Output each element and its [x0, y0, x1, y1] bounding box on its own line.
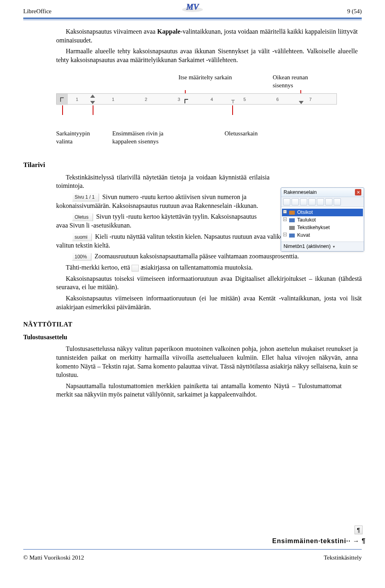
nav-toolbar-button[interactable] — [308, 198, 316, 205]
nav-toolbar-button[interactable] — [334, 198, 341, 205]
svg-text:MV: MV — [186, 2, 199, 11]
navigator-footer[interactable]: Nimetön1 (aktiivinen) ▾ — [281, 242, 364, 251]
headings-icon — [289, 211, 295, 215]
tilarivi-star-text: Tähti-merkki kertoo, että * asiakirjassa… — [56, 263, 362, 272]
svg-rect-2 — [57, 94, 68, 105]
nav-toolbar-button[interactable] — [300, 198, 307, 205]
tilarivi-zoom-text: Zoomausruutuun kaksoisnapsauttamalla pää… — [95, 253, 299, 260]
tables-icon — [289, 218, 295, 222]
expand-icon[interactable]: + — [283, 217, 287, 221]
nav-toolbar-button[interactable] — [292, 198, 299, 205]
label-first-line-indent: Ensimmäisen rivin ja kappaleen sisennys — [112, 129, 184, 146]
navigator-panel[interactable]: Rakenneselain ✕ + Otsikot + — [281, 187, 364, 252]
nav-toolbar-button[interactable] — [283, 198, 290, 205]
status-chip-modified[interactable]: * — [132, 265, 139, 272]
header-rule — [23, 18, 362, 20]
tilarivi-fields-text: Kaksoisnapsautus viimeiseen informaatior… — [56, 294, 362, 311]
sample-text: Ensimmäinen·tekstini·· → ¶ — [272, 537, 366, 546]
nayttotilat-p2: Napsauttamalla tulostumattomien merkkien… — [56, 382, 358, 399]
status-chip-language[interactable]: suomi — [72, 234, 92, 241]
navigator-toolbar — [281, 197, 364, 207]
header-left: LibreOffice — [23, 7, 52, 15]
footer-left: © Matti Vuorikoski 2012 — [23, 554, 84, 562]
navigator-item-headings[interactable]: + Otsikot — [282, 209, 363, 216]
footer-right: Tekstinkäsittely — [324, 554, 362, 562]
footer-rule — [23, 549, 362, 550]
mv-logo: MV — [181, 2, 204, 14]
label-tab-type: Sarkaintyypin valinta — [56, 129, 104, 146]
intro-paragraph-2: Harmaalle alueelle tehty kaksoisnapsautu… — [56, 47, 358, 64]
ruler-bottom-labels: Sarkaintyypin valinta Ensimmäisen rivin … — [56, 129, 362, 153]
nayttotilat-p1: Tulostusasettelussa näkyy valitun paperi… — [56, 344, 358, 379]
tilarivi-intro: Tekstinkäsittelyssä tilarivillä näytetää… — [56, 173, 270, 190]
label-custom-tab: Itse määritelty sarkain — [178, 73, 235, 81]
navigator-item-textframes[interactable]: Tekstikehykset — [282, 224, 363, 232]
status-chip-page[interactable]: Sivu 1 / 1 — [72, 193, 99, 201]
status-chip-zoom[interactable]: 100% — [72, 253, 91, 261]
chevron-down-icon[interactable]: ▾ — [333, 244, 335, 250]
nav-toolbar-button[interactable] — [325, 198, 332, 205]
ruler-strip: 1 1 2 3 4 5 6 7 — [56, 93, 337, 105]
textframes-icon — [289, 226, 295, 230]
ruler-diagram: Itse määritelty sarkain Oikean reunan si… — [56, 73, 362, 121]
navigator-title: Rakenneselain — [284, 189, 317, 196]
images-icon — [289, 234, 295, 238]
close-icon[interactable]: ✕ — [355, 189, 361, 195]
pilcrow-button[interactable]: ¶ — [355, 526, 363, 534]
status-chip-style[interactable]: Oletus — [72, 213, 93, 221]
heading-tilarivi: Tilarivi — [23, 161, 362, 170]
label-default-tab: Oletussarkain — [225, 129, 281, 137]
tilarivi-signatures-text: Kaksoisnapsautus toiseksi viimeiseen inf… — [56, 274, 362, 292]
navigator-item-tables[interactable]: + Taulukot — [282, 216, 363, 224]
navigator-list: + Otsikot + Taulukot Tekstikehykset + Ku… — [281, 207, 364, 242]
heading-nayttotilat: NÄYTTÖTILAT — [23, 320, 362, 329]
heading-tulostusasettelu: Tulostusasettelu — [23, 333, 362, 342]
intro-paragraph-1: Kaksoisnapsautus viivaimeen avaa Kappale… — [56, 27, 358, 44]
expand-icon[interactable]: + — [283, 233, 287, 236]
header-right: 9 (54) — [347, 7, 362, 15]
label-right-indent: Oikean reunan sisennys — [273, 73, 329, 90]
expand-icon[interactable]: + — [283, 210, 287, 213]
navigator-item-images[interactable]: + Kuvat — [282, 232, 363, 239]
nav-toolbar-button[interactable] — [317, 198, 324, 205]
